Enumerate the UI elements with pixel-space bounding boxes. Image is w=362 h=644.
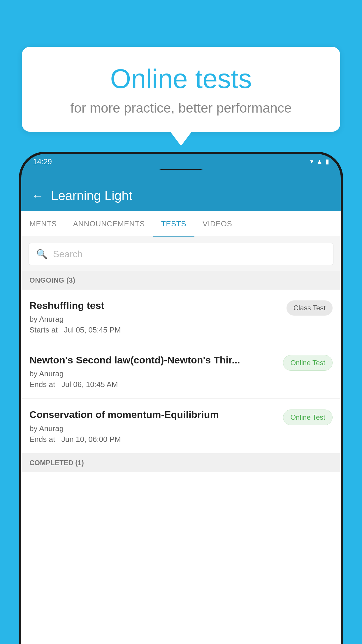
- tab-ments[interactable]: MENTS: [21, 211, 65, 237]
- test-item-2[interactable]: Newton's Second law(contd)-Newton's Thir…: [21, 344, 341, 399]
- test-time-1: Starts at Jul 05, 05:45 PM: [29, 326, 281, 335]
- test-time-label-3: Ends at: [29, 435, 55, 444]
- app-header: ← Learning Light: [21, 180, 341, 211]
- phone-inner: 14:29 ▾ ▲ ▮ ← Learning Light MENTS AN: [21, 154, 341, 644]
- test-info-1: Reshuffling test by Anurag Starts at Jul…: [29, 299, 281, 335]
- test-time-value-2: Jul 06, 10:45 AM: [61, 380, 118, 389]
- tab-tests[interactable]: TESTS: [153, 211, 194, 237]
- test-name-3: Conservation of momentum-Equilibrium: [29, 408, 277, 421]
- search-input[interactable]: Search: [53, 249, 82, 260]
- tab-bar: MENTS ANNOUNCEMENTS TESTS VIDEOS: [21, 211, 341, 237]
- test-info-3: Conservation of momentum-Equilibrium by …: [29, 408, 277, 444]
- search-bar[interactable]: 🔍 Search: [29, 243, 333, 265]
- test-info-2: Newton's Second law(contd)-Newton's Thir…: [29, 354, 277, 389]
- signal-icon: ▲: [316, 158, 323, 165]
- test-item-1[interactable]: Reshuffling test by Anurag Starts at Jul…: [21, 290, 341, 344]
- phone-frame: 14:29 ▾ ▲ ▮ ← Learning Light MENTS AN: [19, 152, 343, 644]
- bubble-title: Online tests: [36, 64, 326, 94]
- speech-bubble: Online tests for more practice, better p…: [22, 47, 340, 132]
- test-list: Reshuffling test by Anurag Starts at Jul…: [21, 290, 341, 644]
- test-by-1: by Anurag: [29, 315, 281, 324]
- test-name-2: Newton's Second law(contd)-Newton's Thir…: [29, 354, 277, 366]
- completed-section-header: COMPLETED (1): [21, 454, 341, 472]
- search-icon: 🔍: [36, 249, 48, 260]
- test-by-2: by Anurag: [29, 369, 277, 378]
- wifi-icon: ▾: [310, 158, 313, 165]
- test-item-3[interactable]: Conservation of momentum-Equilibrium by …: [21, 399, 341, 453]
- battery-icon: ▮: [326, 158, 329, 165]
- test-time-value-3: Jun 10, 06:00 PM: [61, 435, 121, 444]
- test-by-3: by Anurag: [29, 424, 277, 433]
- test-badge-1: Class Test: [287, 300, 333, 316]
- test-name-1: Reshuffling test: [29, 299, 281, 312]
- test-badge-3: Online Test: [283, 410, 333, 425]
- bubble-subtitle: for more practice, better performance: [36, 100, 326, 116]
- test-time-label-2: Ends at: [29, 380, 55, 389]
- ongoing-section-header: ONGOING (3): [21, 271, 341, 290]
- status-time: 14:29: [33, 157, 52, 166]
- status-bar: 14:29 ▾ ▲ ▮: [21, 154, 341, 169]
- test-badge-2: Online Test: [283, 355, 333, 371]
- tab-videos[interactable]: VIDEOS: [194, 211, 240, 237]
- search-container: 🔍 Search: [21, 237, 341, 271]
- test-time-2: Ends at Jul 06, 10:45 AM: [29, 380, 277, 389]
- back-button[interactable]: ←: [31, 189, 44, 203]
- tab-announcements[interactable]: ANNOUNCEMENTS: [65, 211, 153, 237]
- test-time-3: Ends at Jun 10, 06:00 PM: [29, 435, 277, 444]
- notch-area: 14:29 ▾ ▲ ▮: [21, 154, 341, 180]
- app-screen: ← Learning Light MENTS ANNOUNCEMENTS TES…: [21, 180, 341, 644]
- app-title: Learning Light: [51, 188, 132, 203]
- test-time-value-1: Jul 05, 05:45 PM: [64, 326, 121, 334]
- status-icons: ▾ ▲ ▮: [310, 158, 329, 165]
- test-time-label-1: Starts at: [29, 326, 58, 334]
